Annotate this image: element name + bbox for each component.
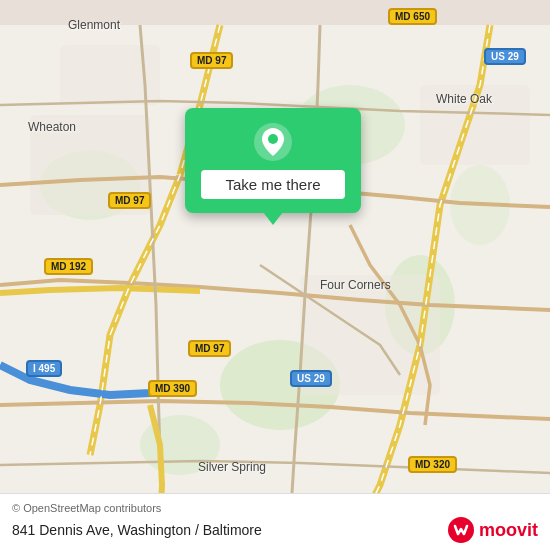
location-pin-icon [253,122,293,162]
road-label-md390: MD 390 [148,380,197,397]
highway-label-md650: MD 650 [388,8,437,25]
place-label-white-oak: White Oak [436,92,492,106]
moovit-icon [447,516,475,544]
address-row: 841 Dennis Ave, Washington / Baltimore m… [12,516,538,544]
highway-label-us29-2: US 29 [290,370,332,387]
road-label-md192: MD 192 [44,258,93,275]
popup-card[interactable]: Take me there [185,108,361,213]
take-me-there-button[interactable]: Take me there [201,170,345,199]
road-label-md97-2: MD 97 [108,192,151,209]
bottom-bar: © OpenStreetMap contributors 841 Dennis … [0,493,550,550]
place-label-glenmont: Glenmont [68,18,120,32]
place-label-silver-spring: Silver Spring [198,460,266,474]
highway-label-md320: MD 320 [408,456,457,473]
copyright-text: © OpenStreetMap contributors [12,502,538,514]
address-text: 841 Dennis Ave, Washington / Baltimore [12,522,262,538]
svg-point-12 [268,134,278,144]
road-label-md97-1: MD 97 [190,52,233,69]
map-container: Glenmont Wheaton White Oak Four Corners … [0,0,550,550]
moovit-text: moovit [479,520,538,541]
place-label-wheaton: Wheaton [28,120,76,134]
road-label-md97-3: MD 97 [188,340,231,357]
road-label-i495: I 495 [26,360,62,377]
moovit-logo: moovit [447,516,538,544]
map-background [0,0,550,550]
place-label-four-corners: Four Corners [320,278,391,292]
highway-label-us29-1: US 29 [484,48,526,65]
